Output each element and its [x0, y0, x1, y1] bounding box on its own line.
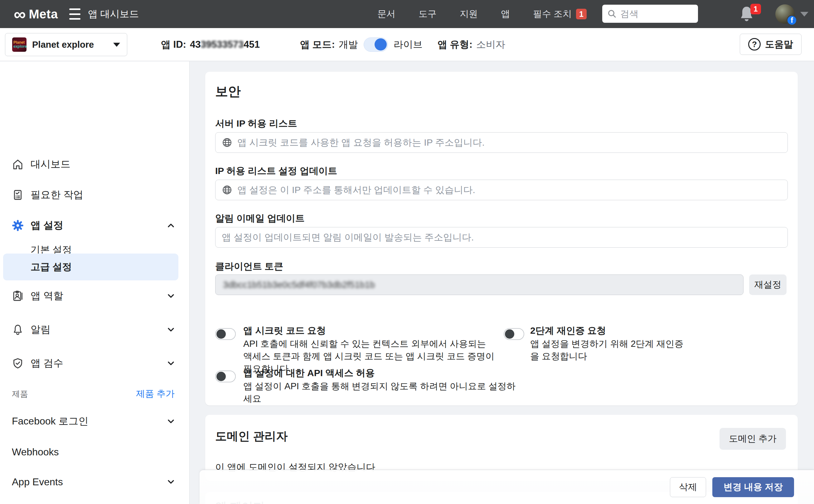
app-type-value: 소비자 — [476, 38, 505, 51]
app-mode-group: 앱 모드: 개발 라이브 — [300, 28, 423, 61]
nav-required-actions[interactable]: 필수 조치 1 — [533, 8, 587, 20]
sidebar-item-app-roles[interactable]: 앱 역할 — [0, 287, 190, 305]
required-actions-badge: 1 — [576, 9, 587, 19]
two-factor-reauth-desc: 앱 설정을 변경하기 위해 2단계 재인증을 요청합니다 — [530, 337, 692, 362]
add-domain-button[interactable]: 도메인 추가 — [720, 428, 786, 450]
app-icon-text2: explore — [13, 45, 27, 49]
ip-update-allowlist-label: IP 허용 리스트 설정 업데이트 — [215, 165, 337, 177]
nav-tools[interactable]: 도구 — [419, 8, 437, 20]
require-app-secret-toggle[interactable] — [215, 328, 236, 340]
sidebar-item-app-settings[interactable]: 앱 설정 — [0, 216, 190, 235]
top-navigation-bar: ∞ Meta 앱 대시보드 문서 도구 지원 앱 필수 조치 1 1 f — [0, 0, 814, 28]
notifications-badge: 1 — [750, 4, 761, 14]
sidebar-item-dashboard[interactable]: 대시보드 — [0, 155, 190, 174]
allow-api-access-desc: 앱 설정이 API 호출을 통해 변경되지 않도록 하려면 아니요로 설정하세요 — [243, 380, 524, 405]
help-button[interactable]: ? 도움말 — [740, 34, 802, 55]
client-token-value: 3dbcc1b51b3e0c5df4f07b3db2f51b1b — [223, 280, 375, 290]
meta-logo[interactable]: ∞ Meta — [14, 0, 58, 28]
app-id-label: 앱 ID: — [161, 38, 186, 51]
app-mode-toggle[interactable] — [364, 37, 388, 52]
facebook-badge-icon: f — [787, 15, 797, 26]
app-mode-label: 앱 모드: — [300, 38, 335, 51]
save-changes-button[interactable]: 변경 내용 저장 — [712, 477, 794, 497]
products-label: 제품 — [12, 389, 28, 400]
delete-button[interactable]: 삭제 — [670, 477, 706, 497]
nav-required-actions-label: 필수 조치 — [533, 8, 572, 20]
require-app-secret-label: 앱 시크릿 코드 요청 — [243, 324, 326, 337]
chevron-up-icon — [167, 221, 175, 230]
app-icon: Planet explore — [12, 37, 27, 52]
update-email-label: 알림 이메일 업데이트 — [215, 212, 305, 225]
app-selector[interactable]: Planet explore Planet explore — [5, 33, 127, 56]
shield-check-icon — [12, 357, 24, 369]
server-ip-allowlist-input[interactable] — [237, 137, 781, 148]
sidebar-item-app-events[interactable]: App Events — [0, 473, 190, 491]
app-id-group: 앱 ID: 4339533573451 — [161, 28, 260, 61]
ip-update-allowlist-field[interactable] — [215, 180, 788, 200]
app-dashboard-title: 앱 대시보드 — [88, 0, 139, 28]
server-ip-allowlist-label: 서버 IP 허용 리스트 — [215, 117, 297, 130]
two-factor-reauth-toggle[interactable] — [504, 328, 524, 340]
sidebar-item-app-review[interactable]: 앱 검수 — [0, 354, 190, 373]
app-context-bar: Planet explore Planet explore 앱 ID: 4339… — [0, 28, 814, 61]
client-token-label: 클라이언트 토큰 — [215, 260, 283, 273]
add-product-link[interactable]: 제품 추가 — [136, 388, 175, 400]
meta-infinity-icon: ∞ — [14, 6, 26, 22]
app-id-value: 4339533573451 — [190, 39, 260, 50]
sidebar-item-webhooks[interactable]: Webhooks — [0, 443, 190, 461]
server-ip-allowlist-field[interactable] — [215, 132, 788, 153]
home-icon — [12, 158, 24, 170]
sidebar-item-required-tasks[interactable]: 필요한 작업 — [0, 186, 190, 204]
client-token-field: 3dbcc1b51b3e0c5df4f07b3db2f51b1b — [215, 274, 744, 295]
account-caret-icon[interactable] — [800, 12, 808, 17]
avatar[interactable]: f — [775, 4, 795, 24]
search-input[interactable] — [620, 9, 683, 19]
app-mode-live: 라이브 — [394, 38, 423, 51]
allow-api-access-toggle[interactable] — [215, 371, 236, 382]
chevron-down-icon — [167, 292, 175, 300]
reset-token-button[interactable]: 재설정 — [749, 274, 787, 295]
sidebar-item-advanced-settings[interactable]: 고급 설정 — [3, 254, 178, 280]
nav-support[interactable]: 지원 — [460, 8, 478, 20]
toggle-knob — [216, 372, 226, 381]
toggle-knob — [216, 329, 226, 339]
security-title: 보안 — [215, 83, 241, 100]
nav-docs[interactable]: 문서 — [377, 8, 395, 20]
save-changes-bar: 삭제 변경 내용 저장 — [200, 470, 814, 504]
app-type-label: 앱 유형: — [438, 38, 472, 51]
globe-icon — [222, 137, 232, 148]
notifications-button[interactable]: 1 — [738, 5, 760, 24]
ip-update-allowlist-input[interactable] — [237, 185, 781, 195]
allow-api-access-label: 앱 설정에 대한 API 액세스 허용 — [243, 367, 375, 380]
update-email-field[interactable] — [215, 227, 788, 248]
bell-outline-icon — [12, 324, 24, 336]
global-search[interactable] — [602, 5, 698, 23]
question-icon: ? — [748, 38, 761, 51]
app-type-group: 앱 유형: 소비자 — [438, 28, 505, 61]
update-email-input[interactable] — [222, 232, 781, 243]
top-nav-links: 문서 도구 지원 앱 필수 조치 1 — [377, 0, 587, 28]
app-name: Planet explore — [32, 40, 108, 50]
two-factor-reauth-label: 2단계 재인증 요청 — [530, 324, 606, 337]
chevron-down-icon — [167, 477, 175, 486]
menu-icon[interactable] — [69, 8, 80, 20]
app-mode-toggle-knob — [375, 38, 387, 51]
toggle-knob — [505, 329, 514, 339]
app-selector-caret-icon — [113, 43, 120, 47]
meta-logo-text: Meta — [29, 7, 58, 21]
domain-manager-title: 도메인 관리자 — [215, 429, 288, 444]
globe-icon — [222, 185, 232, 195]
sidebar-item-notifications[interactable]: 알림 — [0, 320, 190, 339]
help-button-label: 도움말 — [765, 38, 793, 51]
sidebar-item-facebook-login[interactable]: Facebook 로그인 — [0, 412, 190, 431]
sidebar-item-audience-network[interactable]: Audience Network — [0, 502, 190, 504]
app-dashboard-screen: ∞ Meta 앱 대시보드 문서 도구 지원 앱 필수 조치 1 1 f — [0, 0, 814, 504]
chevron-down-icon — [167, 359, 175, 368]
chevron-down-icon — [167, 417, 175, 426]
app-mode-dev: 개발 — [339, 38, 358, 51]
id-card-icon — [12, 290, 24, 302]
products-section-header: 제품 제품 추가 — [0, 387, 190, 401]
nav-apps[interactable]: 앱 — [501, 8, 510, 20]
gear-icon — [12, 220, 24, 231]
search-icon — [607, 9, 617, 18]
